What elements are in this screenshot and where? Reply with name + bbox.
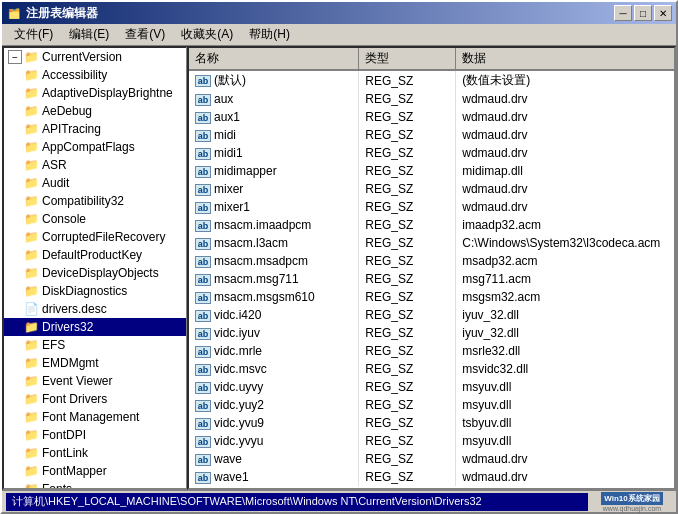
menu-favorites[interactable]: 收藏夹(A) [173, 24, 241, 45]
list-item[interactable]: 📁 Font Management [4, 408, 186, 426]
table-row[interactable]: abmidiREG_SZwdmaud.drv [189, 126, 674, 144]
table-row[interactable]: abmsacm.msg711REG_SZmsg711.acm [189, 270, 674, 288]
list-item[interactable]: 📁 AdaptiveDisplayBrightne [4, 84, 186, 102]
table-row[interactable]: abvidc.msvcREG_SZmsvidc32.dll [189, 360, 674, 378]
tree-item-label: FontMapper [42, 464, 107, 478]
list-item[interactable]: 📁 Event Viewer [4, 372, 186, 390]
table-row[interactable]: abvidc.yuy2REG_SZmsyuv.dll [189, 396, 674, 414]
reg-name-cell: abmidimapper [189, 162, 359, 180]
folder-icon: 📁 [24, 338, 39, 352]
list-item[interactable]: 📁 DefaultProductKey [4, 246, 186, 264]
folder-icon: 📁 [24, 176, 39, 190]
close-button[interactable]: ✕ [654, 5, 672, 21]
registry-scroll[interactable]: 名称 类型 数据 ab(默认)REG_SZ(数值未设置)abauxREG_SZw… [189, 48, 674, 488]
reg-name-cell: abmidi [189, 126, 359, 144]
table-row[interactable]: abvidc.mrleREG_SZmsrle32.dll [189, 342, 674, 360]
menu-edit[interactable]: 编辑(E) [61, 24, 117, 45]
tree-item-label: Accessibility [42, 68, 107, 82]
reg-type-cell: REG_SZ [359, 342, 456, 360]
reg-name-cell: abaux1 [189, 108, 359, 126]
tree-item-drivers32[interactable]: 📁 Drivers32 [4, 318, 186, 336]
list-item[interactable]: 📁 FontLink [4, 444, 186, 462]
maximize-button[interactable]: □ [634, 5, 652, 21]
table-row[interactable]: abmsacm.l3acmREG_SZC:\Windows\System32\l… [189, 234, 674, 252]
reg-name-cell: abwave1 [189, 468, 359, 486]
reg-type-cell: REG_SZ [359, 270, 456, 288]
folder-icon: 📁 [24, 446, 39, 460]
tree-item-label: drivers.desc [42, 302, 107, 316]
reg-type-icon: ab [195, 75, 211, 87]
menu-file[interactable]: 文件(F) [6, 24, 61, 45]
minimize-button[interactable]: ─ [614, 5, 632, 21]
table-row[interactable]: abaux1REG_SZwdmaud.drv [189, 108, 674, 126]
list-item[interactable]: 📁 CorruptedFileRecovery [4, 228, 186, 246]
reg-type-cell: REG_SZ [359, 432, 456, 450]
list-item[interactable]: 📁 EFS [4, 336, 186, 354]
list-item[interactable]: 📁 DeviceDisplayObjects [4, 264, 186, 282]
tree-item-label: AdaptiveDisplayBrightne [42, 86, 173, 100]
reg-data-cell: (数值未设置) [456, 70, 674, 90]
app-icon: 🗂️ [6, 5, 22, 21]
tree-item-label: Drivers32 [42, 320, 93, 334]
title-buttons: ─ □ ✕ [614, 5, 672, 21]
table-row[interactable]: abmixer1REG_SZwdmaud.drv [189, 198, 674, 216]
menu-view[interactable]: 查看(V) [117, 24, 173, 45]
folder-icon: 📁 [24, 410, 39, 424]
reg-type-icon: ab [195, 220, 211, 232]
reg-data-cell: msyuv.dll [456, 396, 674, 414]
list-item[interactable]: 📁 Compatibility32 [4, 192, 186, 210]
main-content: − 📁 CurrentVersion 📁 Accessibility 📁 Ada… [2, 46, 676, 490]
list-item[interactable]: 📁 EMDMgmt [4, 354, 186, 372]
reg-type-icon: ab [195, 472, 211, 484]
table-row[interactable]: abvidc.yvu9REG_SZtsbyuv.dll [189, 414, 674, 432]
column-header-type[interactable]: 类型 [359, 48, 456, 70]
column-header-name[interactable]: 名称 [189, 48, 359, 70]
list-item[interactable]: 📁 Audit [4, 174, 186, 192]
table-row[interactable]: abmidimapperREG_SZmidimap.dll [189, 162, 674, 180]
reg-type-cell: REG_SZ [359, 90, 456, 108]
tree-root-label: CurrentVersion [42, 50, 122, 64]
table-row[interactable]: abmsacm.msgsm610REG_SZmsgsm32.acm [189, 288, 674, 306]
registry-tree[interactable]: − 📁 CurrentVersion 📁 Accessibility 📁 Ada… [2, 46, 187, 490]
table-row[interactable]: abvidc.uyvyREG_SZmsyuv.dll [189, 378, 674, 396]
table-row[interactable]: abmidi1REG_SZwdmaud.drv [189, 144, 674, 162]
table-row[interactable]: abwaveREG_SZwdmaud.drv [189, 450, 674, 468]
table-row[interactable]: abvidc.yvyuREG_SZmsyuv.dll [189, 432, 674, 450]
reg-name-cell: abaux [189, 90, 359, 108]
folder-icon: 📁 [24, 464, 39, 478]
folder-icon: 📁 [24, 356, 39, 370]
expand-icon[interactable]: − [8, 50, 22, 64]
list-item[interactable]: 📁 FontDPI [4, 426, 186, 444]
tree-item-label: AeDebug [42, 104, 92, 118]
reg-data-cell: wdmaud.drv [456, 198, 674, 216]
table-row[interactable]: abmsacm.msadpcmREG_SZmsadp32.acm [189, 252, 674, 270]
menu-help[interactable]: 帮助(H) [241, 24, 298, 45]
tree-item-label: DeviceDisplayObjects [42, 266, 159, 280]
table-row[interactable]: abvidc.i420REG_SZiyuv_32.dll [189, 306, 674, 324]
reg-name-cell: abvidc.uyvy [189, 378, 359, 396]
folder-icon: 📁 [24, 158, 39, 172]
list-item[interactable]: 📁 Font Drivers [4, 390, 186, 408]
table-row[interactable]: abmixerREG_SZwdmaud.drv [189, 180, 674, 198]
list-item[interactable]: 📁 FontMapper [4, 462, 186, 480]
title-bar: 🗂️ 注册表编辑器 ─ □ ✕ [2, 2, 676, 24]
list-item[interactable]: 📁 Fonts [4, 480, 186, 490]
list-item[interactable]: 📁 Console [4, 210, 186, 228]
tree-item-accessibility[interactable]: 📁 Accessibility [4, 66, 186, 84]
reg-type-cell: REG_SZ [359, 198, 456, 216]
table-row[interactable]: abmsacm.imaadpcmREG_SZimaadp32.acm [189, 216, 674, 234]
list-item[interactable]: 📁 APITracing [4, 120, 186, 138]
list-item[interactable]: 📁 DiskDiagnostics [4, 282, 186, 300]
list-item[interactable]: 📁 ASR [4, 156, 186, 174]
table-row[interactable]: abauxREG_SZwdmaud.drv [189, 90, 674, 108]
table-row[interactable]: abwave1REG_SZwdmaud.drv [189, 468, 674, 486]
list-item[interactable]: 📁 AppCompatFlags [4, 138, 186, 156]
column-header-data[interactable]: 数据 [456, 48, 674, 70]
tree-root[interactable]: − 📁 CurrentVersion [4, 48, 186, 66]
list-item[interactable]: 📁 AeDebug [4, 102, 186, 120]
reg-type-icon: ab [195, 184, 211, 196]
table-row[interactable]: ab(默认)REG_SZ(数值未设置) [189, 70, 674, 90]
list-item[interactable]: 📄 drivers.desc [4, 300, 186, 318]
table-row[interactable]: abvidc.iyuvREG_SZiyuv_32.dll [189, 324, 674, 342]
status-bar: 计算机\HKEY_LOCAL_MACHINE\SOFTWARE\Microsof… [2, 490, 676, 512]
